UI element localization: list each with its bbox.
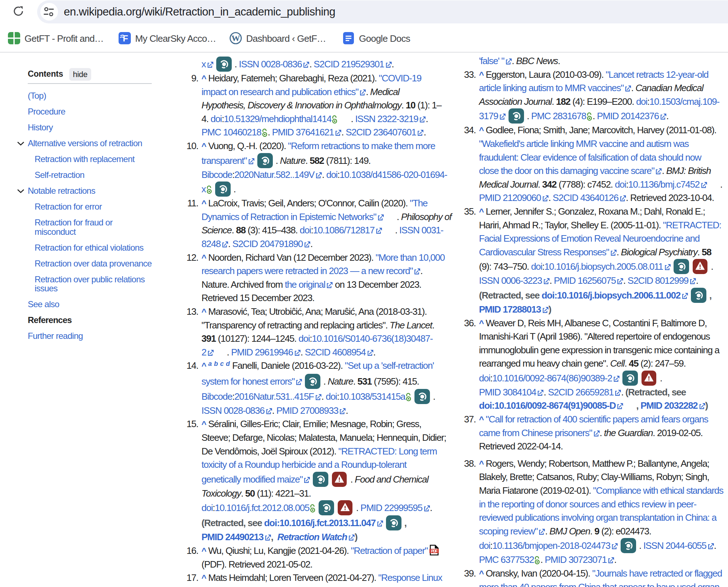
svg-text:W: W	[231, 33, 240, 43]
